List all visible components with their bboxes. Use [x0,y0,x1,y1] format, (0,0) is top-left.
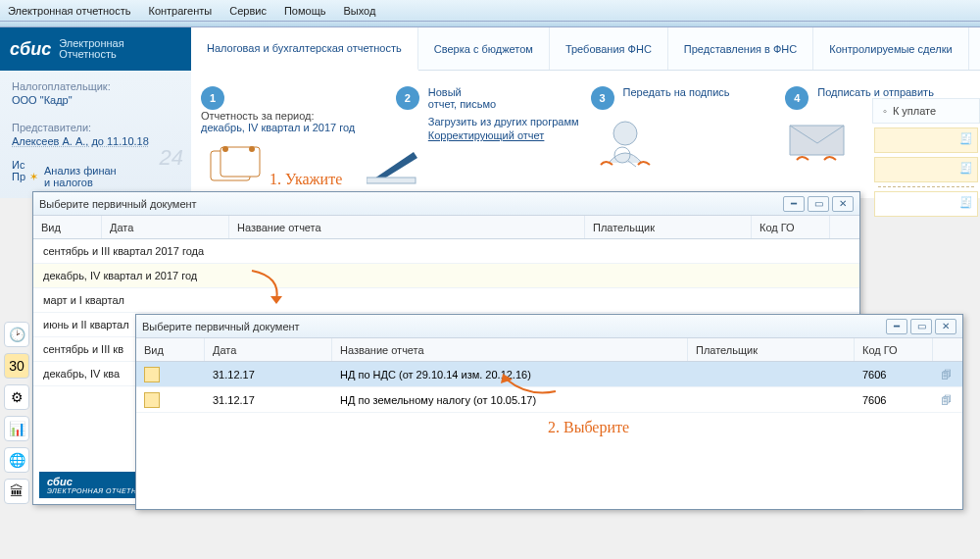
step-1: 1 Отчетность за период: декабрь, IV квар… [201,86,386,188]
period-row[interactable]: декабрь, IV квартал и 2017 год [33,264,859,288]
step2-load[interactable]: Загрузить из других программ [428,116,579,127]
hand-annotation-1: 1. Укажите [270,171,342,188]
svg-rect-5 [367,178,416,183]
cell-date: 31.12.17 [205,394,332,406]
svg-point-3 [249,146,255,152]
menu-item[interactable]: Помощь [284,5,326,17]
side-icon[interactable]: 30 [4,353,29,379]
svg-point-6 [613,122,637,145]
step-badge: 3 [591,86,614,110]
slot-icon: 🧾 [959,196,973,209]
col-name[interactable]: Название отчета [229,216,585,238]
row-action-icon[interactable]: 🗐 [933,369,962,381]
titlebar[interactable]: Выберите первичный документ ━ ▭ ✕ [33,192,859,216]
row-action-icon[interactable]: 🗐 [933,394,962,406]
col-name[interactable]: Название отчета [332,338,688,361]
analysis-label: Анализ финан и налогов [44,165,120,188]
right-tab[interactable]: ◦ К уплате [872,98,980,124]
content: Налоговая и бухгалтерская отчетность Све… [191,27,980,198]
step-badge: 4 [785,86,808,110]
logo-subtitle: ЭлектроннаяОтчетность [59,38,124,60]
menu-item[interactable]: Электронная отчетность [8,5,130,17]
right-column: ◦ К уплате 🧾 🧾 🧾 [872,98,980,221]
payer-value[interactable]: ООО "Кадр" [0,94,191,112]
step2-correcting[interactable]: Корректирующий отчет [428,129,579,141]
analysis-icon: ✶ [29,171,38,183]
right-slot[interactable]: 🧾 [874,191,978,217]
minimize-button[interactable]: ━ [886,319,907,334]
dialog-title: Выберите первичный документ [142,321,883,332]
select-document-dialog-2: Выберите первичный документ ━ ▭ ✕ Вид Да… [135,314,963,510]
svg-point-2 [222,146,228,152]
maximize-button[interactable]: ▭ [910,319,932,334]
col-kind[interactable]: Вид [33,216,102,238]
step3-link[interactable]: Передать на подпись [623,86,730,98]
arrow-icon [499,370,558,399]
right-slot[interactable]: 🧾 [874,157,978,182]
menu-item[interactable]: Выход [343,5,375,17]
step-title: Отчетность за период: [201,110,315,122]
right-slot[interactable]: 🧾 [874,127,978,153]
col-gap [933,338,962,361]
step4-link[interactable]: Подписать и отправить [817,86,934,98]
analysis-link[interactable]: ✶ Анализ финан и налогов [29,165,120,188]
wizard: 1 Отчетность за период: декабрь, IV квар… [191,71,980,198]
col-kind[interactable]: Вид [136,338,205,361]
side-icon[interactable]: 🕑 [4,322,29,347]
logo-word: сбис [10,39,51,60]
titlebar[interactable]: Выберите первичный документ ━ ▭ ✕ [136,315,962,338]
close-button[interactable]: ✕ [935,319,956,334]
tab[interactable]: Требования ФНС [550,27,668,70]
col-code[interactable]: Код ГО [855,338,933,361]
tab[interactable]: Представления в ФНС [668,27,813,70]
side-icon[interactable]: 🏛 [4,479,29,504]
slot-icon: 🧾 [959,162,973,175]
minimize-button[interactable]: ━ [783,196,805,212]
menu-item[interactable]: Сервис [229,5,267,17]
step-3: 3 Передать на подпись [591,86,776,188]
watermark-number: 24 [160,145,183,171]
col-date[interactable]: Дата [102,216,229,238]
person-icon [591,116,776,165]
tab[interactable]: Сверка с бюджетом [418,27,550,70]
col-payer[interactable]: Плательщик [585,216,752,238]
menu-item[interactable]: Контрагенты [148,5,212,17]
side-icon[interactable]: ⚙ [4,384,29,410]
close-button[interactable]: ✕ [832,196,854,212]
reps-label: Представители: [0,112,191,135]
period-row[interactable]: сентябрь и III квартал 2017 года [33,239,859,264]
side-icon[interactable]: 📊 [4,416,29,441]
maximize-button[interactable]: ▭ [808,196,829,212]
doc-icon [144,392,160,408]
col-date[interactable]: Дата [205,338,332,361]
grid-header: Вид Дата Название отчета Плательщик Код … [136,338,962,362]
dialog-title: Выберите первичный документ [39,198,780,210]
svg-marker-9 [790,126,844,155]
step-2: 2 Новыйотчет, письмо Загрузить из других… [396,86,581,188]
period-link[interactable]: декабрь, IV квартал и 2017 год [201,122,355,133]
tab-strip: Налоговая и бухгалтерская отчетность Све… [191,27,980,71]
col-gap [830,216,859,238]
col-code[interactable]: Код ГО [752,216,830,238]
step-badge: 1 [201,86,224,110]
cell-code: 7606 [855,394,933,406]
tab[interactable]: Налоговая и бухгалтерская отчетность [191,27,418,71]
payer-label: Налогоплательщик: [0,71,191,94]
step2-new[interactable]: Новыйотчет, письмо [428,86,579,110]
svg-marker-11 [270,296,282,304]
col-payer[interactable]: Плательщик [688,338,855,361]
arrow-icon [247,269,296,308]
slot-icon: 🧾 [959,132,973,145]
period-row[interactable]: март и I квартал [33,288,859,313]
cell-date: 31.12.17 [205,369,332,381]
tab[interactable]: Контролируемые сделки [813,27,968,70]
sidebar: сбис ЭлектроннаяОтчетность Налогоплатель… [0,27,191,198]
side-icon-strip: 🕑 30 ⚙ 📊 🌐 🏛 [4,322,29,504]
side-icon[interactable]: 🌐 [4,447,29,473]
cell-code: 7606 [855,369,933,381]
menu-bar: Электронная отчетность Контрагенты Серви… [0,0,980,22]
hand-annotation-2: 2. Выберите [548,419,629,436]
doc-icon [144,367,160,382]
modal-logo: сбисЭЛЕКТРОННАЯ ОТЧЕТН [39,472,144,498]
grid-header: Вид Дата Название отчета Плательщик Код … [33,216,859,239]
